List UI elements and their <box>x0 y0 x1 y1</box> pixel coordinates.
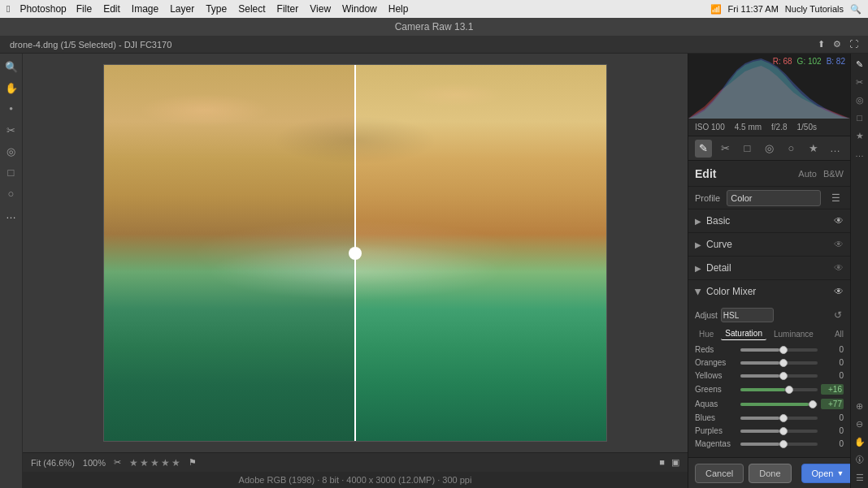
star-1[interactable]: ★ <box>129 457 138 469</box>
menu-window[interactable]: Window <box>342 3 377 15</box>
menu-image[interactable]: Image <box>132 3 158 15</box>
edit-tool-btn[interactable]: ✎ <box>695 140 712 158</box>
compare-view-icon[interactable]: ■ <box>659 457 665 468</box>
slider-thumb-yellows[interactable] <box>779 372 788 380</box>
slider-track-oranges[interactable] <box>740 361 818 365</box>
histogram-area: R: 68 G: 102 B: 82 <box>688 54 850 119</box>
curve-panel-header[interactable]: ▶ Curve 👁 <box>688 233 850 256</box>
crop-tool[interactable]: ✂ <box>3 122 20 138</box>
redeye-tool[interactable]: ○ <box>3 185 20 201</box>
image-info: Adobe RGB (1998) · 8 bit · 4000 x 3000 (… <box>239 475 472 485</box>
slider-thumb-greens[interactable] <box>785 386 793 394</box>
slider-thumb-oranges[interactable] <box>779 359 788 367</box>
slider-track-purples[interactable] <box>740 430 818 433</box>
all-tab[interactable]: All <box>835 330 844 339</box>
share-icon[interactable]: ⬆ <box>818 39 825 50</box>
panel-icon-edit[interactable]: ✎ <box>853 57 867 71</box>
preset-tool-btn[interactable]: ★ <box>805 140 822 158</box>
menu-help[interactable]: Help <box>388 3 409 15</box>
panel-icon-zoom-out[interactable]: ⊖ <box>853 417 867 431</box>
panel-icon-crop[interactable]: ✂ <box>853 75 867 89</box>
split-divider-handle[interactable] <box>349 247 362 260</box>
panel-icon-info[interactable]: 🛈 <box>853 452 867 467</box>
profile-select[interactable]: Color Adobe Color Adobe Landscape <box>727 190 821 206</box>
crop-tool-btn[interactable]: ✂ <box>717 140 734 158</box>
bw-button[interactable]: B&W <box>823 169 844 179</box>
panel-icon-zoom-in[interactable]: ⊕ <box>853 399 867 413</box>
curve-eye-icon[interactable]: 👁 <box>834 239 844 250</box>
menu-edit[interactable]: Edit <box>103 3 120 15</box>
detail-eye-icon[interactable]: 👁 <box>834 262 844 274</box>
basic-eye-icon[interactable]: 👁 <box>834 215 844 227</box>
luminance-tab[interactable]: Luminance <box>770 328 818 340</box>
right-toolbar: ✎ ✂ □ ◎ ○ ★ … <box>688 136 850 161</box>
expand-icon[interactable]: ⛶ <box>849 39 858 50</box>
star-rating[interactable]: ★ ★ ★ ★ ★ <box>129 457 180 469</box>
profile-grid-button[interactable]: ☰ <box>827 190 844 206</box>
menu-select[interactable]: Select <box>238 3 265 15</box>
heal-tool-btn[interactable]: ◎ <box>761 140 778 158</box>
slider-track-reds[interactable] <box>740 348 818 352</box>
status-bar: Fit (46.6%) 100% ✂ ★ ★ ★ ★ ★ ⚑ ■ ▣ <box>23 452 688 472</box>
crop-icon[interactable]: ✂ <box>114 457 121 468</box>
slider-thumb-purples[interactable] <box>779 427 788 435</box>
slider-track-blues[interactable] <box>740 417 818 420</box>
star-5[interactable]: ★ <box>171 457 180 469</box>
focal-value: 4.5 mm <box>735 123 762 132</box>
system-bar:  Photoshop File Edit Image Layer Type S… <box>0 0 868 18</box>
color-mixer-panel-header[interactable]: ▶ Color Mixer 👁 <box>688 280 850 303</box>
panel-icon-heal[interactable]: ◎ <box>853 93 867 107</box>
done-button[interactable]: Done <box>749 464 791 483</box>
more-tool-btn[interactable]: … <box>827 140 844 158</box>
color-row-oranges: Oranges0 <box>695 358 844 367</box>
menu-view[interactable]: View <box>310 3 331 15</box>
slider-track-magentas[interactable] <box>740 443 818 446</box>
saturation-tab[interactable]: Saturation <box>721 327 766 340</box>
zoom-fit-label[interactable]: Fit (46.6%) <box>31 458 75 468</box>
mixer-select[interactable]: HSL Color <box>721 308 774 322</box>
mask-tool-btn[interactable]: □ <box>739 140 756 158</box>
menu-layer[interactable]: Layer <box>170 3 194 15</box>
slider-track-greens[interactable] <box>740 388 818 391</box>
slider-track-yellows[interactable] <box>740 374 818 378</box>
star-4[interactable]: ★ <box>161 457 170 469</box>
slider-thumb-blues[interactable] <box>779 414 788 422</box>
rgb-r-value: R: 68 <box>773 57 792 66</box>
panel-icon-more[interactable]: … <box>853 146 867 161</box>
mixer-reset-button[interactable]: ↺ <box>832 309 844 321</box>
detail-panel-header[interactable]: ▶ Detail 👁 <box>688 257 850 279</box>
flag-icon[interactable]: ⚑ <box>189 457 197 468</box>
edit-header: Edit Auto B&W <box>688 161 850 187</box>
panel-icon-grid[interactable]: ☰ <box>853 470 867 485</box>
menu-file[interactable]: File <box>76 3 92 15</box>
color-mixer-eye-icon[interactable]: 👁 <box>834 286 844 297</box>
snapshots-tool[interactable]: … <box>3 206 20 222</box>
panel-icon-mask[interactable]: □ <box>853 110 867 125</box>
panel-icon-hand[interactable]: ✋ <box>853 434 867 449</box>
hand-tool[interactable]: ✋ <box>3 80 20 96</box>
redeye-tool-btn[interactable]: ○ <box>783 140 800 158</box>
canvas-area: Fit (46.6%) 100% ✂ ★ ★ ★ ★ ★ ⚑ ■ ▣ Adobe… <box>23 54 688 488</box>
auto-button[interactable]: Auto <box>798 169 817 179</box>
white-balance-tool[interactable]: ⦁ <box>3 101 20 117</box>
healing-tool[interactable]: ◎ <box>3 143 20 159</box>
mask-tool[interactable]: □ <box>3 164 20 180</box>
slider-track-aquas[interactable] <box>740 403 818 406</box>
hue-tab[interactable]: Hue <box>695 328 718 340</box>
slider-thumb-aquas[interactable] <box>809 400 817 408</box>
slider-thumb-reds[interactable] <box>779 346 788 354</box>
filmstrip-icon[interactable]: ▣ <box>671 457 679 468</box>
star-3[interactable]: ★ <box>150 457 159 469</box>
zoom-percent[interactable]: 100% <box>83 458 106 468</box>
zoom-tool[interactable]: 🔍 <box>3 58 20 75</box>
panel-icon-preset[interactable]: ★ <box>853 128 867 143</box>
basic-panel-header[interactable]: ▶ Basic 👁 <box>688 209 850 232</box>
cancel-button[interactable]: Cancel <box>695 464 744 483</box>
menu-type[interactable]: Type <box>206 3 227 15</box>
search-icon[interactable]: 🔍 <box>850 4 861 15</box>
open-button[interactable]: Open ▼ <box>801 464 850 483</box>
settings-icon[interactable]: ⚙ <box>833 39 841 50</box>
star-2[interactable]: ★ <box>140 457 149 469</box>
slider-thumb-magentas[interactable] <box>779 440 788 448</box>
menu-filter[interactable]: Filter <box>277 3 299 15</box>
